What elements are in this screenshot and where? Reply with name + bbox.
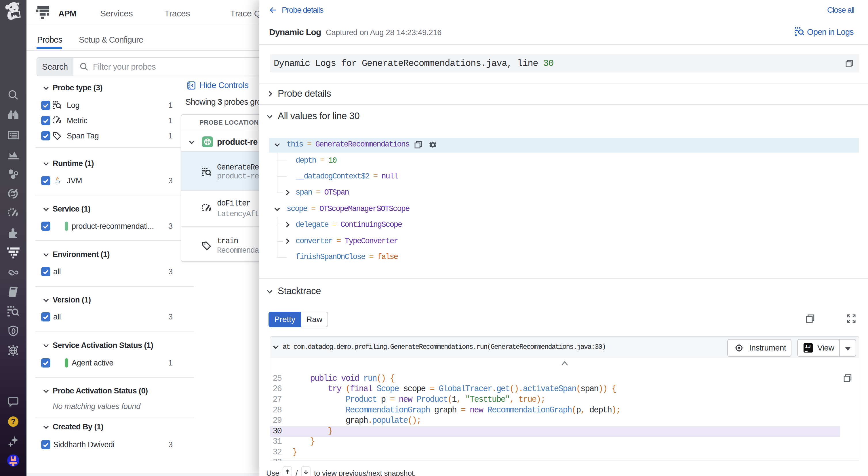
svg-text:?: ? (11, 417, 16, 426)
